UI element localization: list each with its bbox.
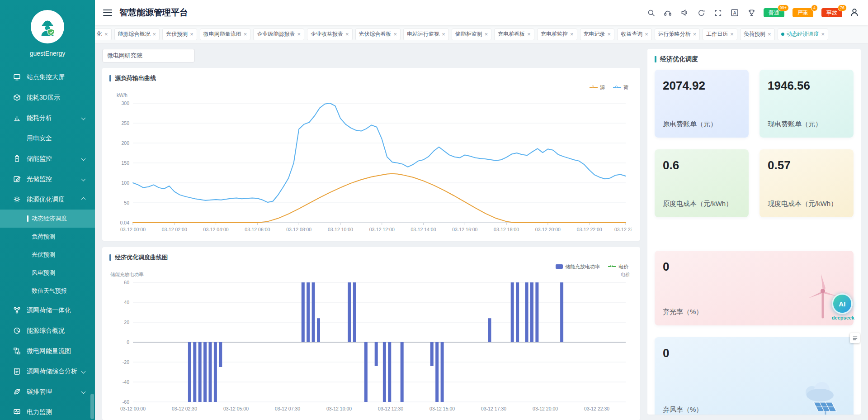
chevron-down-icon [81, 116, 86, 120]
legend-item-储能充放电功率[interactable]: 储能充放电功率 [556, 263, 600, 270]
tab-充电记录[interactable]: 充电记录× [580, 29, 615, 40]
dispatch-bar-chart[interactable]: 6040200-20-40-6003-12 00:0003-12 02:3003… [109, 271, 632, 415]
tab-close-icon[interactable]: × [570, 31, 574, 38]
alarm-badge-严重[interactable]: 严重4 [793, 8, 813, 17]
sidebar-subitem-风电预测[interactable]: 风电预测 [0, 264, 95, 282]
legend-label: 储能充放电功率 [565, 263, 600, 270]
tab-close-icon[interactable]: × [730, 31, 734, 38]
tab-close-icon[interactable]: × [153, 31, 156, 38]
translate-icon[interactable]: A [730, 8, 739, 17]
sidebar-item-5[interactable]: 储能监控 [0, 148, 95, 169]
tab-企业收益报表[interactable]: 企业收益报表× [307, 29, 353, 40]
tab-动态经济调度[interactable]: 动态经济调度× [778, 29, 829, 40]
leaf-icon [13, 388, 21, 396]
sidebar-item-12[interactable]: 碳排管理 [0, 382, 95, 402]
sidebar-subitem-光伏预测[interactable]: 光伏预测 [0, 246, 95, 264]
tab-close-icon[interactable]: × [693, 31, 697, 38]
tab-负荷预测[interactable]: 负荷预测× [740, 29, 775, 40]
chart2-title: 经济优化调度曲线图 [115, 253, 168, 262]
source-load-chart[interactable]: 300250200150100500.0403-12 00:0003-12 02… [109, 91, 632, 236]
sidebar-subitem-负荷预测[interactable]: 负荷预测 [0, 228, 95, 246]
app-root: guestEnergy 站点集控大屏能耗3D展示能耗分析用电安全储能监控光储监控… [0, 0, 868, 420]
tab-微电网能量流图[interactable]: 微电网能量流图× [200, 29, 251, 40]
sidebar-item-8[interactable]: 源网荷储一体化 [0, 300, 95, 320]
alarm-badge-事故[interactable]: 事故76 [821, 8, 842, 17]
active-marker [27, 215, 28, 222]
legend-item-源[interactable]: 源 [590, 84, 605, 91]
alarm-badge-label: 事故 [826, 10, 837, 16]
sidebar-item-11[interactable]: 源网荷储综合分析 [0, 361, 95, 382]
legend-item-荷[interactable]: 荷 [613, 84, 628, 91]
tab-bar: 化×能源综合概况×光伏预测×微电网能量流图×企业级能源报表×企业收益报表×光伏综… [95, 25, 868, 43]
ai-assistant-button[interactable]: AI deepseek [832, 293, 854, 320]
sidebar-subitem-动态经济调度[interactable]: 动态经济调度 [0, 210, 95, 228]
legend-item-电价[interactable]: 电价 [608, 263, 628, 270]
sidebar-subitem-数值天气预报[interactable]: 数值天气预报 [0, 282, 95, 300]
refresh-icon[interactable] [697, 8, 706, 17]
sidebar-item-2[interactable]: 能耗3D展示 [0, 87, 95, 108]
tab-close-icon[interactable]: × [104, 31, 108, 38]
user-avatar-icon[interactable] [850, 8, 860, 18]
tab-close-icon[interactable]: × [244, 31, 247, 38]
tab-close-icon[interactable]: × [394, 31, 397, 38]
tab-close-icon[interactable]: × [768, 31, 771, 38]
panel-title: 经济优化调度 [660, 55, 698, 63]
stat-card-现度电成本（元/kWh）: 0.57现度电成本（元/kWh） [760, 149, 854, 217]
tab-充电桩看板[interactable]: 充电桩看板× [494, 29, 534, 40]
svg-text:03-12 00:00: 03-12 00:00 [120, 227, 146, 232]
sidebar-item-3[interactable]: 能耗分析 [0, 108, 95, 128]
sidebar-scrollbar[interactable] [90, 394, 94, 419]
svg-text:03-12 20:00: 03-12 20:00 [535, 227, 561, 232]
sidebar-item-10[interactable]: 微电网能量流图 [0, 341, 95, 361]
tab-运行策略分析[interactable]: 运行策略分析× [655, 29, 700, 40]
tab-收益查询[interactable]: 收益查询× [617, 29, 652, 40]
sidebar-item-label: 能耗分析 [27, 114, 52, 122]
sidebar-item-6[interactable]: 光储监控 [0, 169, 95, 189]
tab-close-icon[interactable]: × [345, 31, 349, 38]
tab-储能柜监测[interactable]: 储能柜监测× [452, 29, 492, 40]
tab-企业级能源报表[interactable]: 企业级能源报表× [253, 29, 304, 40]
tab-close-icon[interactable]: × [527, 31, 531, 38]
sidebar-item-4[interactable]: 用电安全 [0, 128, 95, 148]
tab-化[interactable]: 化× [95, 29, 112, 40]
tab-close-icon[interactable]: × [645, 31, 648, 38]
svg-text:03-12 22:30: 03-12 22:30 [584, 406, 609, 411]
award-icon[interactable] [747, 8, 756, 17]
tab-label: 化 [97, 30, 102, 38]
tab-充电桩监控[interactable]: 充电桩监控× [537, 29, 577, 40]
org-select[interactable]: 微电网研究院 [102, 49, 195, 62]
sidebar-subitem-label: 风电预测 [32, 269, 55, 277]
search-icon[interactable] [646, 8, 656, 17]
tab-光伏综合看板[interactable]: 光伏综合看板× [355, 29, 401, 40]
fullscreen-icon[interactable] [713, 8, 722, 17]
sidebar-item-1[interactable]: 站点集控大屏 [0, 67, 95, 87]
sidebar-item-7[interactable]: 能源优化调度 [0, 189, 95, 210]
sidebar: guestEnergy 站点集控大屏能耗3D展示能耗分析用电安全储能监控光储监控… [0, 0, 95, 420]
menu-collapse-icon[interactable] [103, 10, 112, 16]
tab-光伏预测[interactable]: 光伏预测× [162, 29, 197, 40]
chart2-legend: 储能充放电功率电价 [109, 262, 633, 271]
org-select-value: 微电网研究院 [107, 52, 142, 60]
tab-label: 微电网能量流图 [203, 30, 241, 38]
tab-close-icon[interactable]: × [608, 31, 611, 38]
sidebar-item-9[interactable]: 能源综合概况 [0, 320, 95, 341]
tab-close-icon[interactable]: × [297, 31, 301, 38]
tab-close-icon[interactable]: × [821, 31, 825, 38]
svg-text:03-12 17:30: 03-12 17:30 [481, 406, 506, 411]
sidebar-item-13[interactable]: 电力监测 [0, 402, 95, 420]
stat-value: 0 [663, 346, 845, 360]
panel-settings-button[interactable] [850, 333, 860, 343]
tab-close-icon[interactable]: × [442, 31, 445, 38]
tab-label: 充电记录 [584, 30, 605, 38]
tab-电站运行监视[interactable]: 电站运行监视× [403, 29, 449, 40]
tab-工作日历[interactable]: 工作日历× [703, 29, 737, 40]
volume-icon[interactable] [680, 8, 689, 17]
tab-close-icon[interactable]: × [485, 31, 488, 38]
sidebar-subitem-label: 负荷预测 [32, 233, 55, 241]
support-headset-icon[interactable] [663, 8, 672, 17]
svg-text:03-12 15:00: 03-12 15:00 [429, 406, 455, 411]
tab-close-icon[interactable]: × [190, 31, 193, 38]
alarm-badge-普通[interactable]: 普通99+ [764, 8, 784, 17]
ai-icon[interactable]: AI [832, 293, 853, 314]
tab-能源综合概况[interactable]: 能源综合概况× [114, 29, 160, 40]
